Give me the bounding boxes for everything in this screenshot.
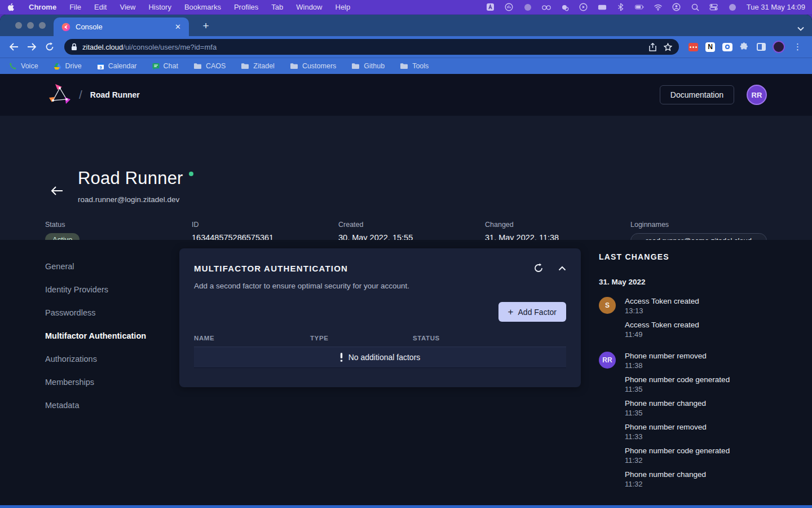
menu-help[interactable]: Help — [336, 3, 351, 11]
nav-memberships[interactable]: Memberships — [45, 370, 146, 393]
menu-chrome[interactable]: Chrome — [29, 3, 56, 11]
nav-identity-providers[interactable]: Identity Providers — [45, 278, 146, 301]
change-event: Phone number removed 11:33 — [625, 423, 730, 441]
column-status: STATUS — [413, 335, 566, 341]
change-event: Phone number code generated 11:35 — [625, 375, 730, 393]
control-center-icon[interactable] — [709, 3, 718, 12]
back-icon[interactable] — [6, 39, 21, 55]
hand-status-icon[interactable] — [561, 3, 570, 12]
chrome-profile-avatar[interactable] — [773, 41, 785, 53]
page-title: Road Runner — [78, 168, 193, 189]
bookmark-chat[interactable]: Chat — [152, 62, 178, 70]
exclamation-icon — [340, 353, 343, 362]
macos-menu-bar: Chrome File Edit View History Bookmarks … — [0, 0, 812, 14]
battery-status-icon[interactable] — [635, 3, 644, 12]
reload-icon[interactable] — [42, 39, 58, 55]
equalizer-status-icon[interactable] — [505, 3, 514, 12]
bookmark-folder-customers[interactable]: Customers — [290, 62, 336, 70]
new-tab-button[interactable]: + — [198, 19, 213, 33]
empty-state-text: No additional factors — [348, 353, 421, 362]
chrome-menu-icon[interactable]: ⋮ — [793, 42, 802, 52]
bookmark-voice[interactable]: Voice — [9, 62, 38, 70]
add-factor-button[interactable]: +Add Factor — [498, 302, 566, 322]
menu-edit[interactable]: Edit — [94, 3, 107, 11]
column-type: TYPE — [310, 335, 413, 341]
spotlight-search-icon[interactable] — [691, 3, 700, 12]
bluetooth-status-icon[interactable] — [616, 3, 625, 12]
bookmark-star-icon[interactable] — [664, 43, 672, 51]
menubar-clock[interactable]: Tue 31 May 14:09 — [747, 3, 805, 11]
menu-file[interactable]: File — [69, 3, 81, 11]
breadcrumb[interactable]: Road Runner — [90, 90, 140, 99]
nav-multifactor-authentication[interactable]: Multifactor Authentication — [45, 324, 146, 347]
bookmark-folder-github[interactable]: Github — [351, 62, 385, 70]
menu-window[interactable]: Window — [296, 3, 322, 11]
menu-view[interactable]: View — [120, 3, 135, 11]
back-arrow-icon[interactable] — [51, 186, 63, 196]
wifi-status-icon[interactable] — [654, 3, 663, 12]
folder-icon — [193, 63, 202, 69]
play-circle-status-icon[interactable] — [579, 3, 588, 12]
keyboard-status-icon[interactable] — [598, 3, 607, 12]
nav-authorizations[interactable]: Authorizations — [45, 347, 146, 370]
tab-title: Console — [76, 23, 173, 31]
documentation-button[interactable]: Documentation — [660, 85, 734, 104]
bookmark-drive[interactable]: Drive — [54, 62, 82, 70]
change-group: RR Phone number removed 11:38 Phone numb… — [599, 352, 785, 494]
active-status-dot — [189, 172, 193, 176]
bookmark-folder-zitadel[interactable]: Zitadel — [241, 62, 275, 70]
puzzle-extensions-icon[interactable] — [739, 42, 749, 52]
calendar-icon: 9 — [97, 63, 104, 70]
window-bottom-edge — [0, 505, 812, 508]
refresh-icon[interactable] — [533, 263, 544, 273]
zitadel-favicon — [61, 23, 70, 32]
bookmark-folder-tools[interactable]: Tools — [400, 62, 429, 70]
breadcrumb-separator: / — [79, 88, 82, 102]
user-email: road.runner@login.zitadel.dev — [78, 195, 179, 204]
close-window-button[interactable] — [15, 22, 22, 29]
menu-profiles[interactable]: Profiles — [234, 3, 258, 11]
bookmark-calendar[interactable]: 9 Calendar — [97, 62, 137, 70]
tab-search-icon[interactable] — [797, 27, 804, 31]
recorder-extension-icon[interactable] — [722, 42, 732, 52]
address-bar[interactable]: zitadel.cloud/ui/console/users/me?id=mfa — [64, 39, 679, 55]
notion-extension-icon[interactable]: N — [705, 42, 716, 52]
adblock-extension-icon[interactable] — [688, 42, 699, 52]
blob-status-icon[interactable] — [523, 3, 532, 12]
user-avatar[interactable]: RR — [747, 85, 767, 105]
menu-tab[interactable]: Tab — [271, 3, 283, 11]
side-panel-icon[interactable] — [756, 42, 766, 52]
bookmark-folder-caos[interactable]: CAOS — [193, 62, 226, 70]
nav-passwordless[interactable]: Passwordless — [45, 301, 146, 324]
zitadel-logo[interactable] — [47, 82, 72, 107]
share-icon[interactable] — [649, 43, 656, 51]
change-event: Phone number removed 11:38 — [625, 352, 730, 370]
nav-metadata[interactable]: Metadata — [45, 393, 146, 417]
column-name: NAME — [194, 335, 310, 341]
collapse-chevron-icon[interactable] — [558, 266, 566, 271]
nav-general[interactable]: General — [45, 255, 146, 278]
tab-close-icon[interactable]: ✕ — [173, 23, 183, 31]
url-domain: zitadel.cloud — [82, 43, 123, 51]
plus-icon: + — [508, 307, 514, 317]
tab-console[interactable]: Console ✕ — [54, 17, 189, 36]
apple-menu-icon[interactable] — [7, 3, 16, 12]
menu-history[interactable]: History — [148, 3, 171, 11]
browser-toolbar: zitadel.cloud/ui/console/users/me?id=mfa… — [0, 36, 812, 58]
mfa-table-header: NAME TYPE STATUS — [194, 335, 566, 341]
forward-icon[interactable] — [24, 39, 39, 55]
menu-bookmarks[interactable]: Bookmarks — [184, 3, 221, 11]
tab-strip: Console ✕ + — [0, 15, 812, 36]
user-hero-section: Road Runner road.runner@login.zitadel.de… — [0, 116, 812, 240]
siri-status-icon[interactable] — [728, 3, 737, 12]
folder-icon — [400, 63, 408, 69]
change-group: S Access Token created 13:13 Access Toke… — [599, 297, 785, 344]
url-text: zitadel.cloud/ui/console/users/me?id=mfa — [82, 43, 649, 51]
minimize-window-button[interactable] — [27, 22, 34, 29]
zoom-window-button[interactable] — [39, 22, 46, 29]
binoculars-status-icon[interactable] — [542, 3, 551, 12]
user-circle-status-icon[interactable] — [672, 3, 681, 12]
lock-icon — [71, 43, 77, 51]
changed-label: Changed — [485, 221, 630, 229]
app-status-icon[interactable] — [486, 3, 495, 12]
